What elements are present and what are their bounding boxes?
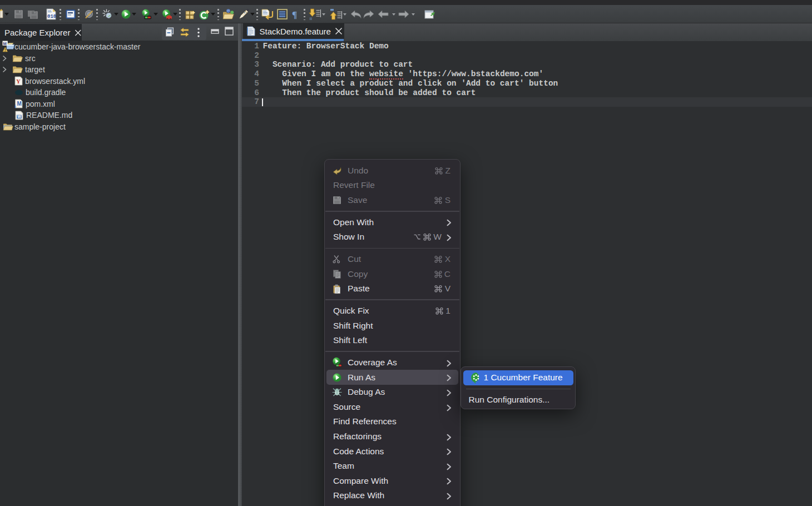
svg-text:Y: Y [16, 78, 21, 85]
svg-text:M: M [3, 41, 7, 46]
svg-text:010: 010 [47, 14, 56, 19]
svg-text:¶: ¶ [292, 9, 297, 19]
svg-text:M: M [17, 101, 22, 107]
svg-text:W: W [17, 115, 21, 118]
